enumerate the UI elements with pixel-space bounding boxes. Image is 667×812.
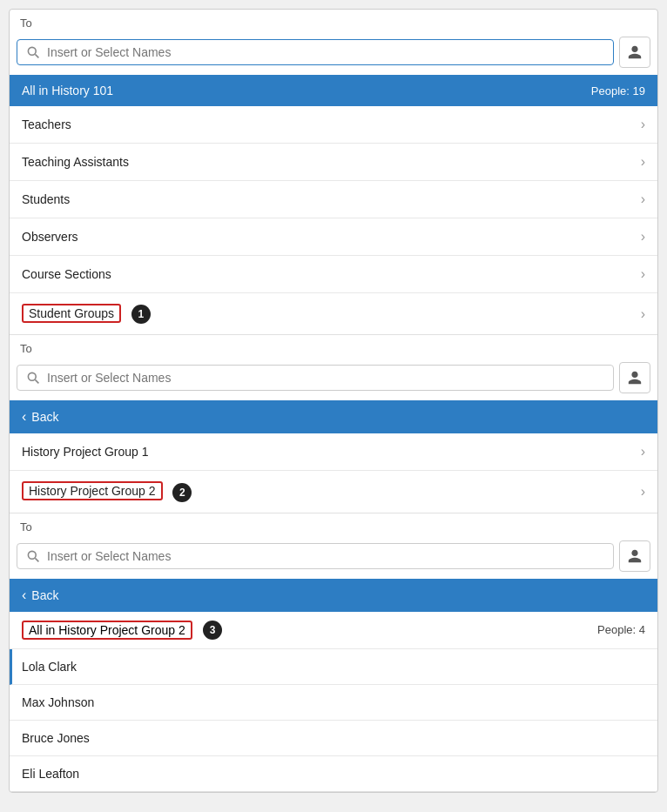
history-group-2-label: History Project Group 2 2 [22, 481, 192, 501]
list-item-teachers[interactable]: Teachers › [10, 106, 657, 144]
person-icon-1 [627, 44, 643, 60]
svg-line-1 [35, 54, 38, 57]
list-item-observers-label: Observers [22, 230, 78, 244]
svg-point-4 [28, 551, 36, 559]
svg-point-0 [28, 47, 36, 55]
section-3: To ‹ Back All [10, 513, 657, 793]
chevron-right-icon: › [641, 266, 645, 282]
search-row-1 [10, 33, 657, 75]
list-item-course-sections[interactable]: Course Sections › [10, 256, 657, 293]
person-select-btn-3[interactable] [619, 540, 650, 572]
chevron-right-icon: › [641, 229, 645, 245]
search-input-2[interactable] [47, 371, 604, 385]
blue-bar-1-left: All in History 101 [22, 84, 113, 97]
back-bar-3[interactable]: ‹ Back [10, 579, 657, 612]
search-wrapper-2 [17, 365, 614, 391]
person-icon-3 [627, 548, 643, 564]
list-item-course-sections-label: Course Sections [22, 267, 111, 281]
search-row-3 [10, 537, 657, 579]
search-input-3[interactable] [47, 549, 604, 563]
all-in-history-group2-highlighted: All in History Project Group 2 [22, 621, 192, 640]
blue-bar-1: All in History 101 People: 19 [10, 75, 657, 106]
badge-2: 2 [172, 483, 192, 502]
badge-3: 3 [203, 621, 222, 640]
back-label-2: Back [31, 410, 58, 424]
person-select-btn-2[interactable] [619, 362, 650, 393]
person-select-btn-1[interactable] [619, 37, 650, 68]
search-icon-2 [26, 371, 40, 385]
search-icon-3 [26, 549, 40, 563]
list-item-lola-clark[interactable]: Lola Clark [10, 649, 657, 685]
list-item-bruce-jones[interactable]: Bruce Jones [10, 721, 657, 756]
back-label-3: Back [31, 588, 58, 602]
search-input-1[interactable] [47, 45, 604, 59]
chevron-left-icon-3: ‹ [22, 587, 26, 603]
search-row-2 [10, 359, 657, 400]
to-label-3: To [10, 513, 657, 537]
history-group-1-label: History Project Group 1 [22, 445, 149, 459]
list-item-eli-leafton[interactable]: Eli Leafton [10, 756, 657, 791]
list-2: History Project Group 1 › History Projec… [10, 433, 657, 512]
blue-bar-1-right: People: 19 [591, 84, 645, 97]
people-list-3: Lola Clark Max Johnson Bruce Jones Eli L… [10, 649, 657, 791]
list-item-students[interactable]: Students › [10, 181, 657, 218]
chevron-right-icon: › [641, 154, 645, 170]
search-wrapper-3 [17, 543, 614, 569]
chevron-right-icon: › [641, 117, 645, 132]
list-item-ta-label: Teaching Assistants [22, 155, 129, 169]
history-group-2-highlighted: History Project Group 2 [22, 481, 163, 500]
bruce-jones-label: Bruce Jones [22, 731, 90, 745]
chevron-right-icon: › [641, 444, 645, 460]
to-label-1: To [10, 10, 657, 33]
to-label-2: To [10, 335, 657, 359]
svg-line-3 [35, 380, 38, 384]
section-1: To All in History 101 People: 19 [10, 10, 657, 335]
list-item-students-label: Students [22, 192, 70, 206]
person-icon-2 [627, 370, 643, 386]
back-button-2[interactable]: ‹ Back [22, 409, 58, 425]
eli-leafton-label: Eli Leafton [22, 767, 79, 781]
back-bar-2[interactable]: ‹ Back [10, 400, 657, 433]
group2-header-label: All in History Project Group 2 3 [22, 621, 222, 641]
svg-line-5 [35, 558, 38, 561]
group2-people-count: People: 4 [597, 623, 645, 636]
list-item-max-johnson[interactable]: Max Johnson [10, 685, 657, 721]
badge-1: 1 [131, 305, 151, 324]
student-groups-highlighted: Student Groups [22, 304, 121, 323]
list-item-history-group-1[interactable]: History Project Group 1 › [10, 433, 657, 471]
max-johnson-label: Max Johnson [22, 695, 94, 709]
search-icon-1 [26, 45, 40, 59]
chevron-right-icon: › [641, 306, 645, 322]
chevron-right-icon: › [641, 484, 645, 500]
page-wrapper: To All in History 101 People: 19 [9, 9, 658, 793]
search-wrapper-1 [17, 39, 614, 65]
lola-clark-label: Lola Clark [22, 660, 77, 674]
list-1: Teachers › Teaching Assistants › Student… [10, 106, 657, 334]
list-item-student-groups[interactable]: Student Groups 1 › [10, 293, 657, 334]
svg-point-2 [28, 373, 36, 381]
list-item-teaching-assistants[interactable]: Teaching Assistants › [10, 144, 657, 181]
chevron-right-icon: › [641, 191, 645, 207]
list-item-teachers-label: Teachers [22, 117, 71, 131]
list-item-observers[interactable]: Observers › [10, 218, 657, 256]
list-item-student-groups-label: Student Groups 1 [22, 304, 151, 324]
section-2: To ‹ Back Hist [10, 335, 657, 513]
chevron-left-icon-2: ‹ [22, 409, 26, 425]
back-button-3[interactable]: ‹ Back [22, 587, 58, 603]
group2-header-row[interactable]: All in History Project Group 2 3 People:… [10, 612, 657, 650]
list-item-history-group-2[interactable]: History Project Group 2 2 › [10, 471, 657, 512]
